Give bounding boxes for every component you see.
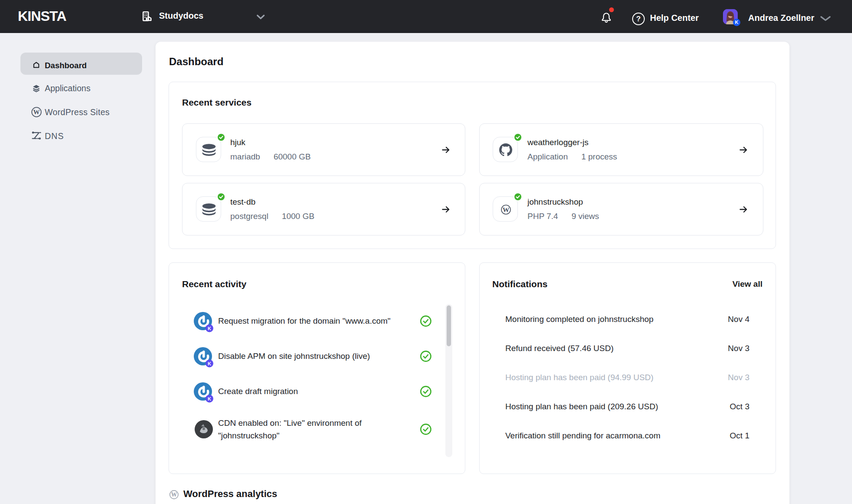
svg-text:K: K xyxy=(208,326,211,331)
svg-text:K: K xyxy=(208,361,211,366)
svg-text:W: W xyxy=(171,491,177,498)
svg-text:K: K xyxy=(208,396,211,401)
svg-text:W: W xyxy=(502,206,509,213)
svg-text:W: W xyxy=(33,109,40,116)
